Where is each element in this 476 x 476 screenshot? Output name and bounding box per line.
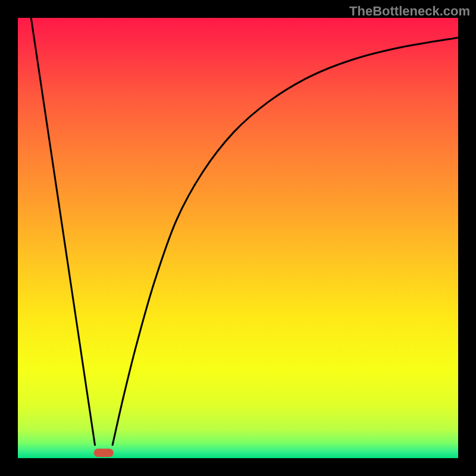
bottleneck-chart (0, 0, 476, 476)
bottleneck-marker (94, 449, 114, 457)
chart-container: TheBottleneck.com (0, 0, 476, 476)
plot-background (18, 18, 458, 458)
watermark-text: TheBottleneck.com (349, 4, 470, 19)
